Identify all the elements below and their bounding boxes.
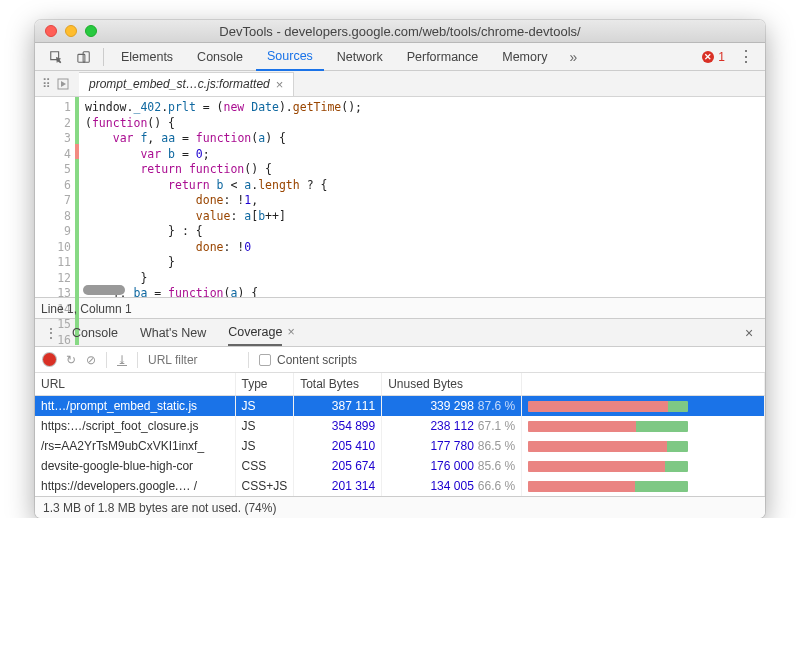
scroll-pill[interactable] xyxy=(83,285,125,295)
cell-total: 201 314 xyxy=(294,476,382,496)
drawer-tab-whatsnew[interactable]: What's New xyxy=(129,319,217,347)
titlebar: DevTools - developers.google.com/web/too… xyxy=(35,20,765,43)
cell-bar xyxy=(522,436,765,456)
cell-total: 205 674 xyxy=(294,456,382,476)
coverage-footer: 1.3 MB of 1.8 MB bytes are not used. (74… xyxy=(35,496,765,518)
drawer-tab-coverage-label: Coverage xyxy=(228,325,282,346)
tab-console[interactable]: Console xyxy=(186,43,254,71)
content-scripts-label: Content scripts xyxy=(277,353,357,367)
table-row[interactable]: htt…/prompt_embed_static.jsJS387 111339 … xyxy=(35,396,765,417)
devtools-window: DevTools - developers.google.com/web/too… xyxy=(35,20,765,518)
tab-elements[interactable]: Elements xyxy=(110,43,184,71)
drawer-menu-icon[interactable]: ⋮ xyxy=(41,326,61,340)
code-editor[interactable]: 12345678910111213141516 window._402.prlt… xyxy=(35,97,765,297)
minimize-window-icon[interactable] xyxy=(65,25,77,37)
window-title: DevTools - developers.google.com/web/too… xyxy=(35,24,765,39)
drawer-tab-close-icon[interactable]: × xyxy=(287,325,294,339)
col-bar xyxy=(522,373,765,396)
table-row[interactable]: https://developers.google.… /CSS+JS201 3… xyxy=(35,476,765,496)
table-header-row: URL Type Total Bytes Unused Bytes xyxy=(35,373,765,396)
cell-url: devsite-google-blue-high-cor xyxy=(35,456,235,476)
tab-memory[interactable]: Memory xyxy=(491,43,558,71)
cell-bar xyxy=(522,416,765,436)
cell-bar xyxy=(522,396,765,417)
clear-icon[interactable]: ⊘ xyxy=(86,353,96,367)
file-tab[interactable]: prompt_embed_st…c.js:formatted × xyxy=(79,72,294,96)
file-tab-close-icon[interactable]: × xyxy=(276,77,284,92)
tab-performance[interactable]: Performance xyxy=(396,43,490,71)
col-unused[interactable]: Unused Bytes xyxy=(382,373,522,396)
cell-unused: 176 00085.6 % xyxy=(382,456,522,476)
drawer-tabs: ⋮ Console What's New Coverage× × xyxy=(35,319,765,347)
close-window-icon[interactable] xyxy=(45,25,57,37)
drawer-close-icon[interactable]: × xyxy=(739,325,759,341)
separator xyxy=(106,352,107,368)
cell-type: CSS+JS xyxy=(235,476,294,496)
cell-total: 387 111 xyxy=(294,396,382,417)
sources-subbar: ⠿ prompt_embed_st…c.js:formatted × xyxy=(35,71,765,97)
line-gutter: 12345678910111213141516 xyxy=(35,97,75,297)
cell-url: https://developers.google.… / xyxy=(35,476,235,496)
content-scripts-checkbox[interactable] xyxy=(259,354,271,366)
cell-url: htt…/prompt_embed_static.js xyxy=(35,396,235,417)
table-row[interactable]: /rs=AA2YrTsM9ubCxVKI1inxf_JS205 410177 7… xyxy=(35,436,765,456)
error-icon: ✕ xyxy=(702,51,714,63)
error-count[interactable]: ✕ 1 xyxy=(702,50,725,64)
coverage-toolbar: ↻ ⊘ ⤓ Content scripts xyxy=(35,347,765,373)
navigator-toggle-icon[interactable]: ⠿ xyxy=(35,77,57,91)
cell-bar xyxy=(522,476,765,496)
drawer-tab-console[interactable]: Console xyxy=(61,319,129,347)
device-icon[interactable] xyxy=(71,44,97,70)
cell-bar xyxy=(522,456,765,476)
coverage-table: URL Type Total Bytes Unused Bytes htt…/p… xyxy=(35,373,765,496)
cell-unused: 339 29887.6 % xyxy=(382,396,522,417)
cell-type: CSS xyxy=(235,456,294,476)
main-toolbar: Elements Console Sources Network Perform… xyxy=(35,43,765,71)
export-icon[interactable]: ⤓ xyxy=(117,353,127,367)
cell-total: 205 410 xyxy=(294,436,382,456)
cell-type: JS xyxy=(235,396,294,417)
editor-status: Line 1, Column 1 xyxy=(35,297,765,319)
run-snippet-icon[interactable] xyxy=(57,78,79,90)
more-tabs-icon[interactable]: » xyxy=(560,44,586,70)
cell-unused: 134 00566.6 % xyxy=(382,476,522,496)
table-row[interactable]: https:…/script_foot_closure.jsJS354 8992… xyxy=(35,416,765,436)
col-url[interactable]: URL xyxy=(35,373,235,396)
error-count-value: 1 xyxy=(718,50,725,64)
record-button[interactable] xyxy=(43,353,56,366)
cell-type: JS xyxy=(235,416,294,436)
zoom-window-icon[interactable] xyxy=(85,25,97,37)
inspect-icon[interactable] xyxy=(43,44,69,70)
tab-sources[interactable]: Sources xyxy=(256,43,324,71)
cell-type: JS xyxy=(235,436,294,456)
cell-unused: 238 11267.1 % xyxy=(382,416,522,436)
cell-unused: 177 78086.5 % xyxy=(382,436,522,456)
col-type[interactable]: Type xyxy=(235,373,294,396)
menu-icon[interactable]: ⋮ xyxy=(733,44,759,70)
separator xyxy=(248,352,249,368)
svg-rect-0 xyxy=(78,54,85,62)
col-total[interactable]: Total Bytes xyxy=(294,373,382,396)
url-filter-input[interactable] xyxy=(148,353,238,367)
code-content[interactable]: window._402.prlt = (new Date).getTime();… xyxy=(79,97,765,297)
drawer-tab-coverage[interactable]: Coverage× xyxy=(217,319,306,347)
cell-total: 354 899 xyxy=(294,416,382,436)
separator xyxy=(103,48,104,66)
cell-url: /rs=AA2YrTsM9ubCxVKI1inxf_ xyxy=(35,436,235,456)
file-tab-label: prompt_embed_st…c.js:formatted xyxy=(89,77,270,91)
separator xyxy=(137,352,138,368)
tab-network[interactable]: Network xyxy=(326,43,394,71)
reload-icon[interactable]: ↻ xyxy=(66,353,76,367)
cell-url: https:…/script_foot_closure.js xyxy=(35,416,235,436)
traffic-lights xyxy=(45,25,97,37)
svg-rect-1 xyxy=(83,51,89,62)
table-row[interactable]: devsite-google-blue-high-corCSS205 67417… xyxy=(35,456,765,476)
